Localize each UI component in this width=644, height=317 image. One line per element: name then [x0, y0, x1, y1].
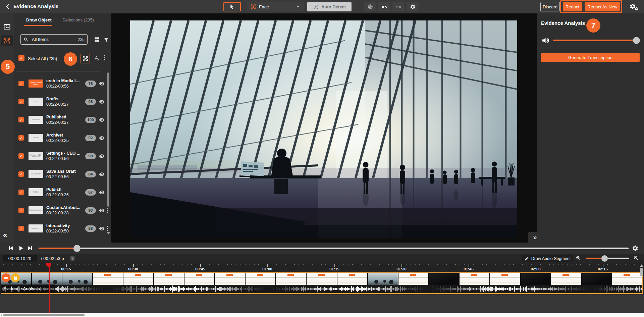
ruler-tick — [334, 264, 335, 267]
media-library-icon[interactable] — [3, 23, 11, 31]
redaction-tool-button[interactable] — [1, 35, 13, 46]
ruler-tick — [401, 264, 402, 267]
visibility-eye-icon[interactable] — [99, 190, 105, 195]
item-checkbox[interactable]: ✓ — [18, 117, 24, 122]
item-confidence-badge: 98 — [85, 153, 96, 159]
tab-draw-object[interactable]: Draw Object — [26, 17, 52, 22]
item-more-menu[interactable] — [107, 226, 108, 231]
help-icon[interactable]: ? — [70, 256, 75, 261]
ruler-tick — [53, 264, 53, 265]
object-list-item[interactable]: ✓ Drafts Drafts 00:22-00:27 98 — [14, 93, 109, 111]
item-checkbox[interactable]: ✓ — [18, 99, 24, 104]
ruler-tick — [187, 264, 187, 265]
timeline-horizontal-scrollbar[interactable] — [0, 313, 644, 317]
redact-as-new-button[interactable]: Redact As New — [585, 2, 620, 11]
item-checkbox[interactable]: ✓ — [18, 171, 24, 177]
volume-slider-knob[interactable] — [633, 37, 640, 44]
search-input[interactable] — [31, 37, 68, 42]
undo-button[interactable] — [378, 2, 390, 11]
item-checkbox[interactable]: ✓ — [18, 153, 24, 159]
filter-icon[interactable] — [103, 37, 109, 43]
ruler-tick — [209, 264, 210, 265]
list-scroll-down-arrow[interactable] — [107, 232, 110, 234]
redo-button[interactable] — [392, 2, 405, 11]
object-list-item[interactable]: ✓ Custom Attributes Custom.Atribut... 00… — [14, 201, 109, 219]
back-icon[interactable] — [5, 3, 11, 10]
timeline-zoom-knob[interactable] — [601, 255, 608, 262]
ruler-tick — [133, 264, 134, 267]
playhead-line[interactable] — [49, 263, 50, 313]
auto-detect-button[interactable]: Auto Detect — [307, 2, 352, 11]
timeline-ruler[interactable]: 00:1500:3000:4501:0001:1501:3001:4502:00… — [0, 263, 644, 272]
object-list-item[interactable]: ✓ Published Published 00:22-00:27 100 — [14, 111, 109, 129]
visibility-eye-icon[interactable] — [99, 99, 105, 105]
volume-slider[interactable] — [553, 40, 639, 41]
total-duration: / 00:02:53:5 — [41, 256, 64, 261]
ruler-tick — [612, 264, 612, 265]
ruler-tick — [513, 264, 514, 265]
object-list-item[interactable]: ✓ Search in Media Library erch in Modia … — [14, 74, 109, 93]
tab-selections[interactable]: Selections (235) — [62, 17, 94, 22]
item-checkbox[interactable]: ✓ — [18, 208, 24, 213]
lock-badge[interactable] — [11, 273, 20, 282]
advanced-settings-button[interactable] — [629, 3, 639, 11]
ruler-tick — [303, 264, 304, 265]
item-checkbox[interactable]: ✓ — [18, 190, 24, 195]
player-settings-gear-icon[interactable] — [632, 245, 639, 252]
generate-transcription-button[interactable]: Generate Transcription — [541, 53, 640, 62]
rename-attribute-icon[interactable] — [94, 55, 100, 61]
ruler-label: 02:15 — [598, 267, 607, 271]
visibility-eye-icon[interactable] — [99, 226, 105, 231]
select-cursor-tool-button[interactable] — [223, 2, 241, 11]
object-list-item[interactable]: ✓ Archivet Archivet 00:22-00:25 92 — [14, 129, 109, 147]
visibility-eye-icon[interactable] — [99, 208, 105, 213]
volume-speaker-icon[interactable] — [541, 36, 550, 45]
settings-button[interactable] — [407, 2, 419, 11]
ruler-tick — [231, 264, 232, 265]
play-button[interactable] — [17, 245, 24, 252]
item-checkbox[interactable]: ✓ — [18, 226, 24, 231]
select-all-more-menu[interactable] — [104, 55, 105, 60]
visibility-eye-icon[interactable] — [99, 81, 105, 87]
collapse-sidebar-chevrons[interactable]: « — [3, 231, 6, 240]
timeline-zoom-slider[interactable] — [586, 258, 629, 259]
detection-type-dropdown[interactable]: Face — [247, 2, 304, 11]
visibility-eye-icon[interactable] — [99, 171, 105, 177]
timeline-video-track[interactable]: Evidence Analysis — [1, 272, 643, 294]
object-list-item[interactable]: ✓ Settings - CEO Broadcast Settings - CE… — [14, 147, 109, 165]
visibility-eye-icon[interactable] — [99, 153, 105, 159]
snap-target-button[interactable] — [364, 2, 376, 11]
timeline-scroll-up-arrow[interactable] — [640, 264, 643, 267]
ruler-tick — [531, 264, 532, 265]
object-list-item[interactable]: ✓ Save as Draft Save ans Oraft 00:22-00:… — [14, 165, 109, 183]
redact-selected-button[interactable] — [80, 54, 90, 63]
frame-forward-button[interactable] — [27, 245, 34, 252]
object-list-item[interactable]: ✓ Publish Pubiish 00:22-00:26 87 — [14, 183, 109, 201]
filmstrip — [1, 273, 642, 285]
redact-button[interactable]: Redact — [563, 2, 582, 11]
timeline[interactable]: 00:1500:3000:4501:0001:1501:3001:4502:00… — [0, 263, 644, 313]
item-checkbox[interactable]: ✓ — [18, 135, 24, 141]
timeline-zoom-out-icon[interactable] — [576, 255, 581, 261]
frame-back-button[interactable] — [7, 245, 14, 252]
grid-view-icon[interactable] — [94, 36, 100, 43]
draw-audio-segment-button[interactable]: Draw Audio Segment — [522, 255, 573, 262]
timeline-vertical-scrollbar[interactable] — [640, 268, 643, 276]
scrollbar-thumb[interactable] — [3, 314, 85, 316]
item-checkbox[interactable]: ✓ — [18, 81, 24, 86]
select-all-checkbox[interactable]: ✓ — [18, 55, 24, 61]
timeline-zoom-in-icon[interactable] — [633, 255, 639, 261]
video-progress-bar[interactable] — [39, 248, 629, 249]
visibility-eye-icon[interactable] — [99, 117, 105, 123]
scroll-left-arrow[interactable] — [1, 314, 2, 316]
discard-button[interactable]: Discard — [540, 2, 560, 11]
object-list-item[interactable]: ✓ Interactivity Interactivity 00:22-00:5… — [14, 219, 109, 237]
search-box[interactable]: 235 — [20, 34, 88, 45]
item-confidence-badge: 84 — [85, 171, 96, 177]
video-frame[interactable] — [130, 20, 517, 238]
item-more-menu[interactable] — [107, 208, 108, 213]
video-progress-knob[interactable] — [73, 245, 80, 252]
visibility-eye-icon[interactable] — [99, 135, 105, 141]
list-scrollbar[interactable] — [107, 72, 109, 207]
object-list-item[interactable]: ✓ Liv... — [14, 237, 109, 243]
